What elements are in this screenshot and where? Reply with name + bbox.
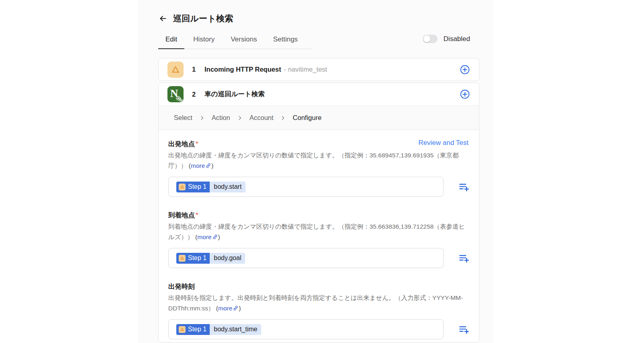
configure-panel: Review and Test 出発地点* 出発地点の緯度・緯度をカンマ区切りの… <box>159 130 479 342</box>
add-step-button[interactable] <box>460 89 470 99</box>
playlist-add-icon <box>458 182 469 192</box>
chevron-right-icon <box>280 115 286 121</box>
tab-bar: Edit History Versions Settings Disabled <box>158 35 479 49</box>
start-point-input[interactable]: Step 1 body.start <box>168 177 444 197</box>
tab-settings[interactable]: Settings <box>266 35 305 49</box>
tab-edit[interactable]: Edit <box>158 35 184 49</box>
chip-token-value: body.goal <box>210 253 245 264</box>
more-link[interactable]: more <box>218 305 232 312</box>
token-chip[interactable]: Step 1 body.goal <box>176 253 245 264</box>
back-button[interactable] <box>158 14 168 23</box>
link-icon <box>212 234 218 240</box>
playlist-add-icon <box>458 253 469 264</box>
more-link[interactable]: more <box>197 233 211 240</box>
plus-circle-icon <box>460 64 470 75</box>
back-arrow-icon <box>159 14 167 23</box>
chip-step-label: Step 1 <box>188 183 206 190</box>
start-time-input[interactable]: Step 1 body.start_time <box>168 319 444 339</box>
required-mark: * <box>196 140 198 147</box>
toggle-label: Disabled <box>444 35 470 43</box>
breadcrumb-select[interactable]: Select <box>174 114 192 122</box>
step-app-mini-icon <box>179 184 186 190</box>
breadcrumb-configure[interactable]: Configure <box>293 114 322 122</box>
step-breadcrumb: Select Action Account Configure <box>159 106 479 130</box>
step-title: Incoming HTTP Request <box>204 66 281 73</box>
step-title: 車の巡回ルート検索 <box>204 90 265 99</box>
chevron-right-icon <box>237 115 243 121</box>
playlist-add-icon <box>458 324 469 335</box>
link-icon <box>205 163 211 169</box>
chip-token-value: body.start <box>210 182 246 192</box>
toggle-knob <box>423 35 430 42</box>
insert-variable-button[interactable] <box>458 182 469 192</box>
step-number: 1 <box>192 66 204 73</box>
step-app-mini-icon <box>179 255 186 262</box>
step-2-group: N 2 車の巡回ルート検索 <box>158 83 479 343</box>
step-number: 2 <box>192 91 204 98</box>
token-chip[interactable]: Step 1 body.start <box>176 182 246 192</box>
tab-history[interactable]: History <box>186 35 222 49</box>
link-icon <box>233 305 239 311</box>
breadcrumb-action[interactable]: Action <box>212 114 230 122</box>
gears-icon <box>175 95 183 102</box>
field-description: 出発時刻を指定します。出発時刻と到着時刻を両方指定することは出来ません。（入力形… <box>168 293 469 314</box>
page-header: 巡回ルート検索 <box>158 12 479 25</box>
page-title: 巡回ルート検索 <box>173 13 233 24</box>
field-start-time: 出発時刻 出発時刻を指定します。出発時刻と到着時刻を両方指定することは出来ません… <box>168 281 469 339</box>
field-description: 出発地点の緯度・緯度をカンマ区切りの数値で指定します。（指定例：35.68945… <box>168 150 469 171</box>
field-goal-point: 到着地点* 到着地点の緯度・緯度をカンマ区切りの数値で指定します。（指定例：35… <box>168 210 469 268</box>
chip-step-label: Step 1 <box>188 254 206 262</box>
enable-toggle-row: Disabled <box>423 35 470 43</box>
review-and-test-link[interactable]: Review and Test <box>419 139 469 147</box>
disabled-toggle[interactable] <box>423 35 438 43</box>
navitime-app-icon: N <box>167 86 184 102</box>
chip-token-value: body.start_time <box>210 324 261 335</box>
anyflow-http-trigger-icon <box>167 62 184 78</box>
goal-point-input[interactable]: Step 1 body.goal <box>168 248 444 268</box>
field-description: 到着地点の緯度・緯度をカンマ区切りの数値で指定します。（指定例：35.66383… <box>168 221 469 242</box>
breadcrumb-account[interactable]: Account <box>250 114 274 122</box>
insert-variable-button[interactable] <box>458 253 469 264</box>
step-app-mini-icon <box>179 326 186 333</box>
field-start-point: 出発地点* 出発地点の緯度・緯度をカンマ区切りの数値で指定します。（指定例：35… <box>168 139 469 197</box>
token-chip[interactable]: Step 1 body.start_time <box>176 324 261 335</box>
insert-variable-button[interactable] <box>458 324 469 335</box>
chevron-right-icon <box>199 115 205 121</box>
field-label: 到着地点* <box>168 210 469 220</box>
required-mark: * <box>196 211 198 219</box>
field-label: 出発時刻 <box>168 281 469 291</box>
step-2-card[interactable]: N 2 車の巡回ルート検索 <box>159 83 479 106</box>
step-subtitle: - navitime_test <box>284 66 327 73</box>
workflow-editor-column: 巡回ルート検索 Edit History Versions Settings D… <box>138 0 493 343</box>
more-link[interactable]: more <box>191 162 205 169</box>
add-step-button[interactable] <box>460 64 470 75</box>
tab-versions[interactable]: Versions <box>223 35 264 49</box>
chip-step-label: Step 1 <box>188 326 206 333</box>
step-1-card[interactable]: 1 Incoming HTTP Request - navitime_test <box>158 58 479 81</box>
plus-circle-icon <box>460 89 470 99</box>
